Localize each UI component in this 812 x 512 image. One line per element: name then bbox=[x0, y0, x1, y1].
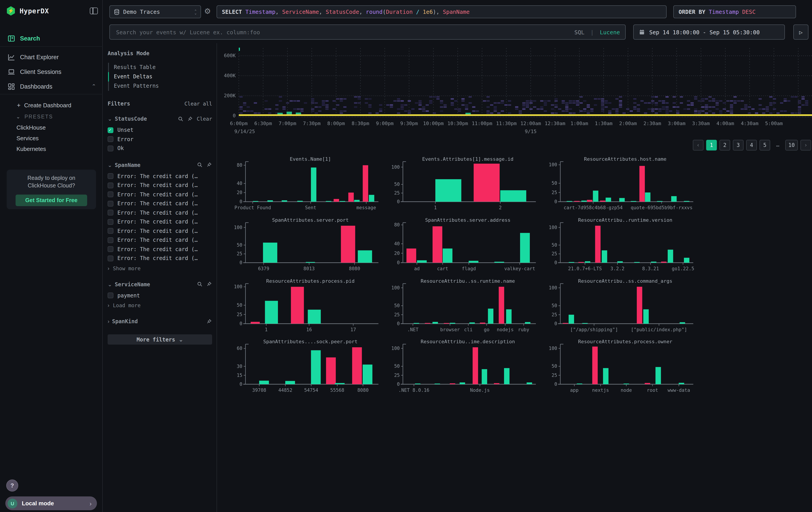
sidebar-item-services[interactable]: Services bbox=[17, 135, 39, 141]
pin-icon[interactable] bbox=[206, 162, 212, 168]
checkbox-option[interactable]: Error: The credit card (… bbox=[108, 245, 212, 254]
checkbox-option[interactable]: Error: The credit card (… bbox=[108, 254, 212, 263]
svg-text:12:30am: 12:30am bbox=[545, 120, 566, 126]
chevron-up-icon: ⌃ bbox=[92, 83, 96, 89]
svg-text:80: 80 bbox=[394, 222, 400, 227]
checkbox-option[interactable]: Error: The credit card (… bbox=[108, 236, 212, 245]
svg-text:25: 25 bbox=[552, 190, 557, 195]
checkbox-option[interactable]: payment bbox=[108, 291, 212, 300]
search-input[interactable] bbox=[115, 28, 570, 36]
help-button[interactable]: ? bbox=[6, 480, 18, 491]
search-icon[interactable] bbox=[178, 116, 184, 122]
svg-text:SpanAttributes.server.port: SpanAttributes.server.port bbox=[272, 217, 349, 223]
svg-text:80: 80 bbox=[237, 162, 242, 168]
gear-icon[interactable]: ⚙ bbox=[204, 7, 211, 15]
checkbox-option[interactable]: Error: The credit card (… bbox=[108, 172, 212, 181]
svg-text:16: 16 bbox=[307, 327, 312, 332]
run-query-button[interactable]: ▷ bbox=[793, 25, 808, 39]
svg-text:cart-7d958c4b68-gzp54: cart-7d958c4b68-gzp54 bbox=[563, 205, 623, 210]
pin-icon[interactable] bbox=[206, 319, 212, 324]
analysis-mode-title: Analysis Mode bbox=[108, 50, 212, 57]
presets-toggle[interactable]: ⌄ PRESETS bbox=[16, 113, 53, 120]
checkbox-option[interactable]: Error: The credit card (… bbox=[108, 217, 212, 226]
data-source-select[interactable]: Demo Traces ⌃⌄ bbox=[109, 5, 201, 18]
option-label: payment bbox=[117, 293, 140, 299]
svg-text:www-data: www-data bbox=[668, 387, 690, 393]
show-more-button[interactable]: › Show more bbox=[108, 264, 212, 272]
mode-results-table[interactable]: Results Table bbox=[109, 63, 212, 72]
checkbox-option[interactable]: Error: The credit card (… bbox=[108, 190, 212, 199]
page-button-5[interactable]: 5 bbox=[759, 140, 770, 151]
svg-text:Events.Name[1]: Events.Name[1] bbox=[290, 156, 331, 162]
filter-group-spankind[interactable]: › SpanKind bbox=[108, 318, 212, 325]
toggle-sql[interactable]: SQL bbox=[574, 29, 584, 35]
search-icon[interactable] bbox=[197, 281, 203, 287]
preset-label: Services bbox=[17, 135, 39, 141]
sidebar-item-clickhouse[interactable]: ClickHouse bbox=[17, 124, 46, 131]
filter-group-statuscode[interactable]: ⌄ StatusCode Clear bbox=[108, 116, 212, 122]
prev-page-button[interactable]: ‹ bbox=[693, 140, 703, 151]
checkbox-option[interactable]: Ok bbox=[108, 144, 212, 153]
sidebar-item-kubernetes[interactable]: Kubernetes bbox=[17, 145, 46, 152]
option-label: Error: The credit card (… bbox=[117, 200, 198, 207]
svg-text:6379: 6379 bbox=[258, 266, 269, 271]
toggle-lucene[interactable]: Lucene bbox=[600, 29, 620, 35]
database-icon bbox=[114, 9, 120, 15]
svg-text:50: 50 bbox=[394, 363, 400, 369]
promo-text: Ready to deploy on bbox=[7, 175, 96, 181]
page-button-10[interactable]: 10 bbox=[785, 140, 798, 151]
svg-text:root: root bbox=[647, 387, 658, 393]
svg-text:quote-695bd5b9bf-rxxvs: quote-695bd5b9bf-rxxvs bbox=[631, 205, 692, 210]
pin-icon[interactable] bbox=[187, 116, 193, 122]
sql-token: , bbox=[359, 8, 366, 15]
more-filters-button[interactable]: More filters ⌄ bbox=[108, 334, 212, 345]
checkbox-option[interactable]: Error: The credit card (… bbox=[108, 226, 212, 236]
local-mode-menu[interactable]: U Local mode › bbox=[5, 496, 97, 510]
mode-event-patterns[interactable]: Event Patterns bbox=[109, 81, 212, 91]
get-started-button[interactable]: Get Started for Free bbox=[16, 194, 87, 206]
spanname-options: Error: The credit card (…Error: The cred… bbox=[108, 172, 212, 263]
clear-all-button[interactable]: Clear all bbox=[184, 101, 212, 107]
sql-token: ( bbox=[383, 8, 386, 15]
checkbox-option[interactable]: Error bbox=[108, 135, 212, 144]
svg-text:30: 30 bbox=[237, 364, 242, 369]
events-timeline-heatmap[interactable]: 600K400K200K06:00pm6:30pm7:00pm7:30pm8:0… bbox=[217, 45, 812, 135]
search-doc-icon bbox=[7, 34, 15, 42]
mode-event-deltas[interactable]: Event Deltas bbox=[109, 72, 212, 81]
collapse-sidebar-icon[interactable] bbox=[90, 7, 98, 14]
svg-text:ResourceAttributes.process.pid: ResourceAttributes.process.pid bbox=[266, 278, 354, 284]
svg-text:25: 25 bbox=[237, 312, 242, 317]
select-clause-editor[interactable]: SELECT Timestamp, ServiceName, StatusCod… bbox=[216, 5, 667, 18]
next-page-button[interactable]: › bbox=[801, 140, 811, 151]
preset-label: Kubernetes bbox=[17, 145, 46, 152]
checkbox-option[interactable]: Error: The credit card (… bbox=[108, 199, 212, 208]
page-button-3[interactable]: 3 bbox=[733, 140, 744, 151]
clear-group-button[interactable]: Clear bbox=[197, 116, 212, 122]
order-by-editor[interactable]: ORDER BY Timestamp DESC bbox=[673, 5, 796, 18]
svg-text:0: 0 bbox=[554, 381, 557, 387]
load-more-button[interactable]: › Load more bbox=[108, 301, 212, 309]
sidebar-item-chart-explorer[interactable]: Chart Explorer bbox=[0, 50, 102, 64]
mini-chart-events-name-1-: Events.Name[1]8040200Product FoundSentme… bbox=[228, 156, 379, 215]
sidebar-item-client-sessions[interactable]: Client Sessions bbox=[0, 64, 102, 79]
filter-group-servicename[interactable]: ⌄ ServiceName bbox=[108, 281, 212, 287]
page-button-4[interactable]: 4 bbox=[746, 140, 757, 151]
svg-text:8080: 8080 bbox=[357, 387, 369, 393]
create-dashboard-button[interactable]: + Create Dashboard bbox=[17, 102, 71, 109]
checkbox-option[interactable]: Error: The credit card (… bbox=[108, 181, 212, 190]
filter-group-spanname[interactable]: ⌄ SpanName bbox=[108, 162, 212, 168]
pin-icon[interactable] bbox=[206, 281, 212, 287]
svg-text:Node.js: Node.js bbox=[470, 387, 490, 393]
checkbox-option[interactable]: Unset bbox=[108, 126, 212, 135]
sidebar-item-dashboards[interactable]: Dashboards ⌃ bbox=[0, 79, 102, 93]
svg-text:nextjs: nextjs bbox=[592, 387, 609, 393]
svg-text:0: 0 bbox=[239, 381, 242, 387]
search-icon[interactable] bbox=[197, 162, 203, 168]
page-button-2[interactable]: 2 bbox=[720, 140, 730, 151]
svg-text:0: 0 bbox=[239, 199, 242, 204]
time-range-picker[interactable]: Sep 14 18:00:00 - Sep 15 05:30:00 bbox=[633, 25, 785, 39]
checkbox-option[interactable]: Error: The credit card (… bbox=[108, 208, 212, 217]
sidebar-item-search[interactable]: Search bbox=[0, 31, 102, 46]
page-button-1[interactable]: 1 bbox=[706, 140, 717, 151]
svg-text:5:00am: 5:00am bbox=[765, 120, 783, 126]
